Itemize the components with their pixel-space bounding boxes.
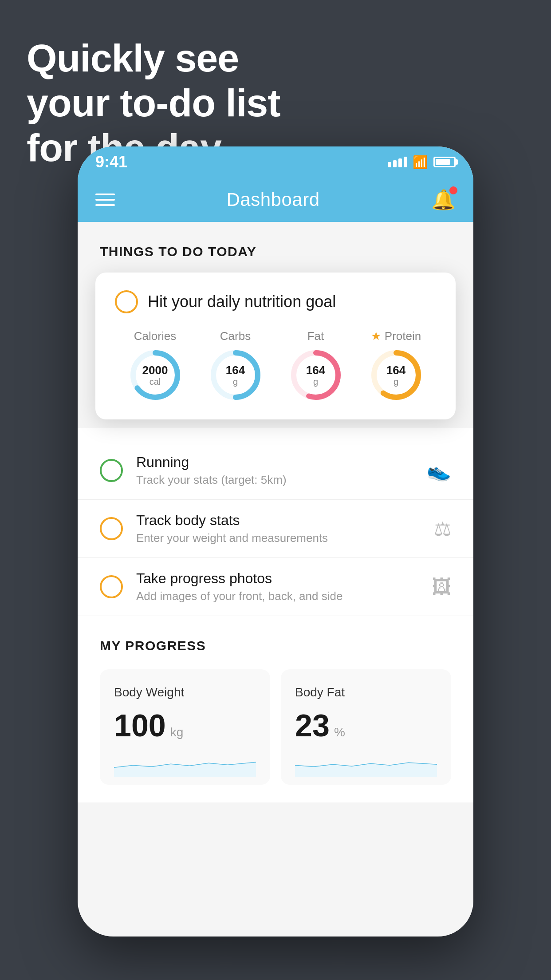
- weight-sparkline: [114, 750, 256, 777]
- todo-circle-photos[interactable]: [100, 575, 123, 598]
- header-title: Dashboard: [227, 189, 320, 210]
- macro-calories-value: 2000: [142, 364, 168, 377]
- notification-badge: [449, 186, 457, 194]
- macro-protein-label: ★ Protein: [371, 329, 421, 343]
- macro-calories-unit: cal: [142, 376, 168, 386]
- progress-weight-unit: kg: [170, 725, 184, 739]
- progress-fat-unit: %: [334, 725, 345, 739]
- nutrition-check-circle[interactable]: [115, 290, 138, 313]
- progress-fat-number: 23: [295, 710, 330, 741]
- todo-title-body-stats: Track body stats: [136, 512, 421, 529]
- section-today-title: THINGS TO DO TODAY: [100, 244, 451, 259]
- progress-card-fat[interactable]: Body Fat 23 %: [281, 669, 451, 785]
- nutrition-card[interactable]: Hit your daily nutrition goal Calories 2…: [95, 273, 456, 419]
- todo-text-photos: Take progress photos Add images of your …: [136, 570, 418, 603]
- todo-circle-body-stats[interactable]: [100, 517, 123, 540]
- main-content: THINGS TO DO TODAY Hit your daily nutrit…: [78, 222, 473, 433]
- progress-section: MY PROGRESS Body Weight 100 kg Body Fat …: [78, 616, 473, 802]
- fat-sparkline: [295, 750, 437, 777]
- app-header: Dashboard 🔔: [78, 178, 473, 222]
- progress-title: MY PROGRESS: [100, 638, 451, 653]
- todo-item-photos[interactable]: Take progress photos Add images of your …: [78, 558, 473, 616]
- macro-carbs-label: Carbs: [220, 329, 251, 343]
- macro-fat-label: Fat: [307, 329, 324, 343]
- progress-card-weight-title: Body Weight: [114, 685, 256, 699]
- menu-button[interactable]: [95, 194, 115, 206]
- macro-calories-donut: 2000 cal: [129, 348, 182, 402]
- todo-title-running: Running: [136, 454, 413, 470]
- wifi-icon: 📶: [413, 155, 428, 170]
- todo-text-body-stats: Track body stats Enter your weight and m…: [136, 512, 421, 545]
- shoe-icon: 👟: [427, 459, 451, 482]
- macro-fat-donut: 164 g: [289, 348, 342, 402]
- macro-protein-value: 164: [386, 364, 405, 377]
- todo-sub-running: Track your stats (target: 5km): [136, 473, 413, 487]
- macro-carbs-donut: 164 g: [209, 348, 262, 402]
- macro-protein: ★ Protein 164 g: [370, 329, 423, 402]
- todo-text-running: Running Track your stats (target: 5km): [136, 454, 413, 487]
- todo-list: Running Track your stats (target: 5km) 👟…: [78, 428, 473, 616]
- progress-weight-number: 100: [114, 710, 166, 741]
- macro-carbs-value: 164: [226, 364, 245, 377]
- macro-fat: Fat 164 g: [289, 329, 342, 402]
- progress-fat-value-row: 23 %: [295, 710, 437, 741]
- status-time: 9:41: [95, 153, 127, 171]
- battery-icon: [433, 157, 456, 167]
- macro-carbs-unit: g: [226, 376, 245, 386]
- macro-protein-donut: 164 g: [370, 348, 423, 402]
- macros-row: Calories 2000 cal Carbs: [115, 329, 436, 402]
- macro-calories: Calories 2000 cal: [129, 329, 182, 402]
- progress-card-fat-title: Body Fat: [295, 685, 437, 699]
- todo-item-running[interactable]: Running Track your stats (target: 5km) 👟: [78, 442, 473, 500]
- todo-circle-running[interactable]: [100, 459, 123, 482]
- star-icon: ★: [371, 329, 381, 343]
- todo-sub-body-stats: Enter your weight and measurements: [136, 531, 421, 545]
- nutrition-card-header: Hit your daily nutrition goal: [115, 290, 436, 313]
- macro-calories-label: Calories: [134, 329, 176, 343]
- nutrition-card-title: Hit your daily nutrition goal: [148, 292, 336, 311]
- todo-title-photos: Take progress photos: [136, 570, 418, 587]
- todo-item-body-stats[interactable]: Track body stats Enter your weight and m…: [78, 500, 473, 558]
- status-bar: 9:41 📶: [78, 146, 473, 178]
- todo-sub-photos: Add images of your front, back, and side: [136, 589, 418, 603]
- status-icons: 📶: [388, 155, 456, 170]
- macro-carbs: Carbs 164 g: [209, 329, 262, 402]
- phone-mockup: 9:41 📶 Dashboard 🔔 THINGS TO DO TODAY: [78, 146, 473, 937]
- notification-button[interactable]: 🔔: [431, 188, 456, 211]
- macro-protein-unit: g: [386, 376, 405, 386]
- photo-icon: 🖼: [432, 576, 451, 598]
- progress-weight-value-row: 100 kg: [114, 710, 256, 741]
- signal-icon: [388, 157, 407, 167]
- progress-cards: Body Weight 100 kg Body Fat 23 %: [100, 669, 451, 785]
- macro-fat-unit: g: [306, 376, 325, 386]
- scale-icon: ⚖: [434, 518, 451, 540]
- macro-fat-value: 164: [306, 364, 325, 377]
- progress-card-weight[interactable]: Body Weight 100 kg: [100, 669, 270, 785]
